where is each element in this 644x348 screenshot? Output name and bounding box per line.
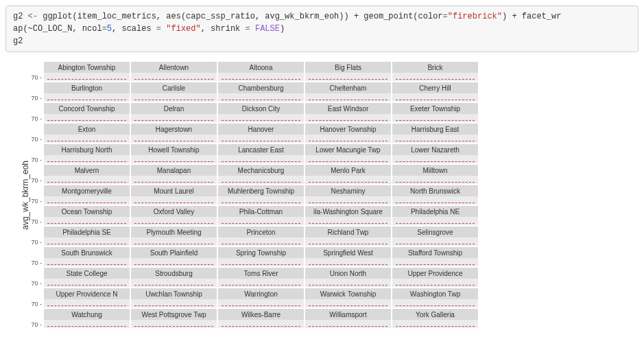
facet-strip-label: Washington Twp: [392, 288, 478, 299]
facet-panel: Harrisburg North: [44, 144, 130, 163]
facet-plot-area: [44, 217, 130, 225]
facet-strip-label: Upper Providence: [392, 268, 478, 279]
facet-plot-area: [131, 196, 217, 205]
code-token: =: [443, 12, 448, 21]
code-token: color: [418, 12, 443, 21]
code-token: =: [152, 24, 167, 34]
facet-panel: Lower Nazareth: [392, 144, 478, 163]
facet-strip-label: Selinsgrove: [392, 227, 478, 237]
y-tick-label: 70 -: [30, 62, 43, 81]
facet-plot-area: [218, 114, 304, 122]
facet-strip-label: Carlisle: [131, 82, 217, 93]
facet-panel: Ocean Township: [44, 206, 130, 225]
facet-plot-area: [305, 279, 391, 287]
facet-plot-area: [392, 279, 478, 287]
facet-plot-area: [44, 73, 130, 81]
facet-panel: Upper Providence: [392, 268, 478, 287]
facet-plot-area: [392, 258, 478, 266]
facet-strip-label: Dickson City: [218, 103, 304, 114]
facet-strip-label: Ocean Township: [44, 206, 130, 217]
facet-panel: Harrisburg East: [392, 124, 478, 143]
facet-plot-area: [218, 73, 304, 81]
facet-strip-label: Stafford Township: [392, 247, 478, 258]
facet-plot-area: [305, 114, 391, 122]
facet-strip-label: Hanover Township: [305, 124, 391, 135]
facet-plot-area: [305, 237, 391, 246]
facet-plot-area: [305, 176, 391, 184]
facet-plot-area: [392, 320, 478, 328]
facet-panel: Abington Township: [44, 62, 130, 81]
facet-plot-area: [218, 135, 304, 143]
facet-plot-area: [44, 258, 130, 266]
facet-plot-area: [44, 135, 130, 143]
facet-strip-label: East Windsor: [305, 103, 391, 114]
facet-strip-label: York Galleria: [392, 309, 478, 320]
facet-panel: Delran: [131, 103, 217, 122]
facet-strip-label: Exton: [44, 124, 130, 135]
facet-plot-area: [305, 217, 391, 225]
facet-plot-area: [44, 299, 130, 308]
facet-plot-area: [218, 299, 304, 308]
facet-panel: Manalapan: [131, 165, 217, 184]
code-token: "fixed": [166, 24, 200, 34]
facet-panel: Burlington: [44, 82, 130, 102]
y-tick-label: 70 -: [30, 247, 43, 266]
facet-strip-label: Milltown: [392, 165, 478, 176]
facet-plot-area: [131, 93, 217, 102]
facet-strip-label: North Brunswick: [392, 185, 478, 196]
facet-panel: Springfield West: [305, 247, 391, 266]
facet-strip-label: Cherry Hill: [392, 82, 478, 93]
facet-strip-label: Watchung: [44, 309, 130, 320]
facet-plot-area: [44, 176, 130, 184]
facet-strip-label: Burlington: [44, 82, 130, 93]
y-tick-label: 70 -: [30, 309, 43, 328]
facet-panel: Allentown: [131, 62, 217, 81]
code-token: shrink: [211, 24, 240, 34]
y-tick-label: 70 -: [30, 206, 43, 225]
facet-panel: Hanover Township: [305, 124, 391, 143]
facet-plot-area: [305, 135, 391, 143]
facet-plot-area: [131, 237, 217, 246]
facet-panel: Big Flats: [305, 62, 391, 81]
facet-plot-area: [392, 237, 478, 246]
code-token: aes: [166, 12, 181, 21]
facet-panel: Uwchlan Township: [131, 288, 217, 308]
facet-strip-label: Allentown: [131, 62, 217, 73]
facet-panel: East Windsor: [305, 103, 391, 122]
facet-plot-area: [218, 217, 304, 225]
facet-plot-area: [392, 176, 478, 184]
facet-strip-label: Phila-Cottman: [218, 206, 304, 217]
facet-strip-label: West Pottsgrove Twp: [131, 309, 217, 320]
facet-panel: Cherry Hill: [392, 82, 478, 102]
facet-panel: Exton: [44, 124, 130, 143]
facet-plot-area: [392, 299, 478, 308]
facet-strip-label: Lower Nazareth: [392, 144, 478, 155]
facet-plot-area: [392, 135, 478, 143]
facet-panel: Warwick Township: [305, 288, 391, 308]
code-token: (capc_ssp_ratio, avg_wk_bkrm_eoh)) +: [181, 12, 363, 21]
facet-panel: Warrington: [218, 288, 304, 308]
facet-strip-label: Warrington: [218, 288, 304, 299]
facet-panel: Princeton: [218, 227, 304, 246]
facet-strip-label: Upper Providence N: [44, 288, 130, 299]
facet-plot-area: [131, 299, 217, 308]
facet-panel: Neshaminy: [305, 185, 391, 205]
code-token: 5: [107, 24, 112, 34]
facet-panel: Dickson City: [218, 103, 304, 122]
facet-strip-label: Menlo Park: [305, 165, 391, 176]
facet-panel: Lancaster East: [218, 144, 304, 163]
facet-plot-area: [44, 93, 130, 102]
facet-strip-label: Oxford Valley: [131, 206, 217, 217]
facet-panel: Carlisle: [131, 82, 217, 102]
code-token: (item_loc_metrics,: [72, 12, 166, 21]
facet-strip-label: Wilkes-Barre: [218, 309, 304, 320]
facet-plot-area: [44, 155, 130, 163]
facet-plot-area: [131, 114, 217, 122]
facet-plot-area: [218, 176, 304, 184]
facet-panel: Philadelphia NE: [392, 206, 478, 225]
facet-strip-label: Montgomeryville: [44, 185, 130, 196]
facet-strip-label: South Plainfield: [131, 247, 217, 258]
facet-panel: Stafford Township: [392, 247, 478, 266]
facet-strip-label: Warwick Township: [305, 288, 391, 299]
y-tick-label: 70 -: [30, 103, 43, 122]
